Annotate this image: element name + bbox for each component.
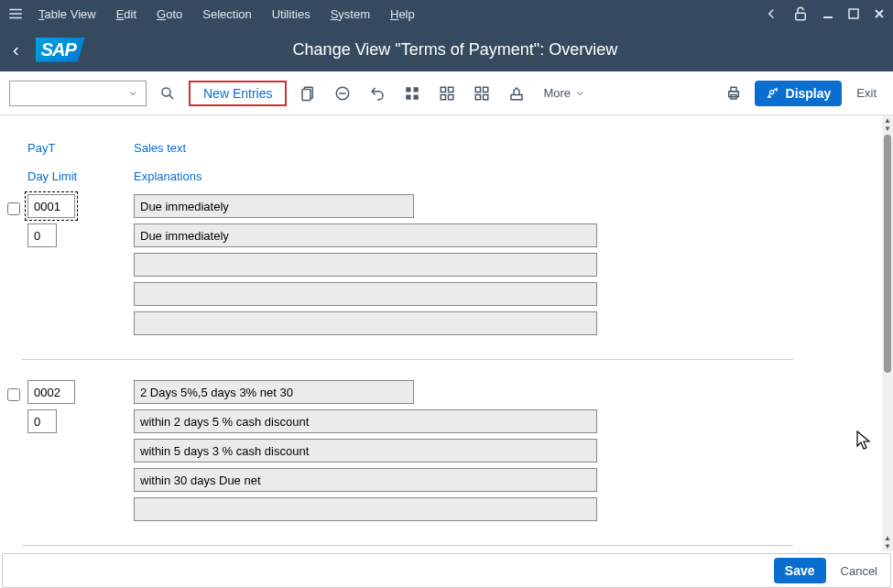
lock-open-icon[interactable] [792, 5, 809, 22]
display-button[interactable]: Display [755, 81, 843, 106]
explanation-field[interactable] [134, 497, 597, 521]
svg-rect-25 [484, 94, 488, 99]
header-explanations: Explanations [134, 162, 610, 191]
scroll-thumb[interactable] [884, 135, 891, 373]
row-checkbox[interactable] [7, 388, 20, 401]
new-entries-button[interactable]: New Entries [189, 81, 287, 106]
svg-line-9 [169, 94, 173, 98]
svg-rect-29 [731, 87, 736, 92]
configuration-icon[interactable] [503, 80, 530, 107]
menu-goto[interactable]: Goto [157, 7, 182, 21]
svg-rect-26 [511, 94, 522, 99]
maximize-icon[interactable] [847, 7, 860, 20]
svg-rect-14 [407, 87, 411, 92]
scroll-down-icon[interactable]: ▼ [884, 542, 891, 550]
explanation-field[interactable] [134, 468, 597, 492]
close-icon[interactable] [873, 7, 886, 20]
svg-rect-11 [302, 89, 310, 100]
copy-as-icon[interactable] [294, 80, 321, 107]
menu-edit[interactable]: Edit [116, 7, 136, 21]
menu-icon[interactable] [7, 5, 24, 22]
svg-rect-23 [484, 87, 488, 92]
cancel-button[interactable]: Cancel [841, 564, 877, 578]
row-checkbox[interactable] [7, 202, 20, 215]
svg-point-30 [769, 90, 773, 93]
sales-text-field[interactable] [134, 194, 414, 218]
scroll-down-icon[interactable]: ▼ [884, 125, 891, 133]
select-block-icon[interactable] [433, 80, 461, 107]
sap-logo: SAP [36, 38, 85, 62]
menu-system[interactable]: System [331, 7, 370, 21]
header-day-limit: Day Limit [27, 162, 134, 191]
prev-icon[interactable] [763, 5, 779, 22]
svg-point-8 [162, 88, 170, 96]
menu-bar: Table View Edit Goto Selection Utilities… [0, 0, 893, 27]
menu-table-view[interactable]: Table View [38, 7, 96, 21]
scroll-up-icon[interactable]: ▲ [884, 116, 891, 125]
command-field[interactable] [9, 81, 147, 106]
vertical-scrollbar[interactable]: ▲ ▼ ▲ ▼ [882, 115, 893, 551]
sales-text-field[interactable] [134, 380, 414, 404]
divider [22, 545, 793, 546]
more-button[interactable]: More [538, 86, 591, 100]
content-area: PayT Sales text Day Limit Explanations [0, 115, 882, 551]
explanation-field[interactable] [134, 439, 597, 463]
delete-icon[interactable] [329, 80, 356, 107]
menu-utilities[interactable]: Utilities [272, 7, 310, 21]
divider [22, 359, 793, 360]
minimize-icon[interactable] [822, 7, 834, 20]
footer-bar: Save Cancel [2, 553, 891, 588]
svg-rect-3 [796, 13, 806, 20]
svg-rect-18 [441, 87, 446, 92]
svg-rect-16 [407, 94, 411, 99]
day-limit-field[interactable] [27, 409, 57, 433]
svg-rect-17 [414, 94, 419, 99]
explanation-field[interactable] [134, 282, 597, 306]
explanation-field[interactable] [134, 311, 597, 335]
svg-rect-15 [414, 87, 419, 92]
toolbar: New Entries More Display Exit [0, 71, 893, 115]
svg-rect-22 [476, 87, 481, 92]
payt-field[interactable] [27, 194, 75, 218]
explanation-field[interactable] [134, 253, 597, 277]
save-button[interactable]: Save [774, 558, 826, 583]
title-bar: ‹ SAP Change View "Terms of Payment": Ov… [0, 27, 893, 71]
svg-rect-5 [849, 9, 858, 18]
svg-rect-20 [441, 94, 446, 99]
print-icon[interactable] [720, 80, 747, 107]
deselect-all-icon[interactable] [468, 80, 496, 107]
header-payt: PayT [27, 134, 134, 162]
menu-selection[interactable]: Selection [202, 7, 251, 21]
explanation-field[interactable] [134, 223, 597, 247]
header-sales-text: Sales text [134, 134, 610, 162]
svg-rect-19 [449, 87, 453, 92]
svg-rect-21 [449, 94, 453, 99]
back-icon[interactable]: ‹ [13, 39, 19, 60]
select-all-icon[interactable] [398, 80, 426, 107]
undo-icon[interactable] [364, 80, 391, 107]
scroll-up-icon[interactable]: ▲ [884, 534, 891, 542]
page-title: Change View "Terms of Payment": Overview [103, 40, 880, 60]
day-limit-field[interactable] [27, 223, 57, 247]
svg-rect-24 [476, 94, 481, 99]
find-icon[interactable] [154, 80, 181, 107]
menu-help[interactable]: Help [390, 7, 415, 21]
exit-button[interactable]: Exit [849, 86, 884, 100]
payt-field[interactable] [27, 380, 75, 404]
explanation-field[interactable] [134, 409, 597, 433]
